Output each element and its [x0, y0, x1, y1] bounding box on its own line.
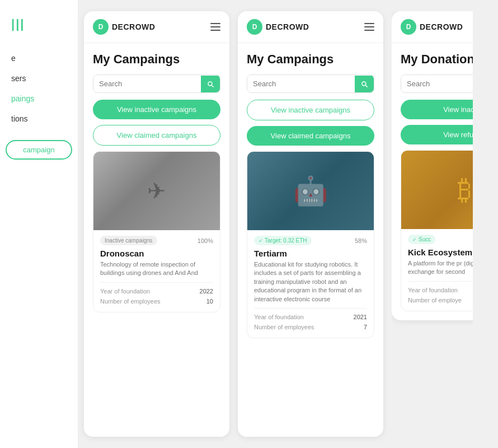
- campaign-card-3: Succ Kick Ecosystem A platform for the p…: [401, 150, 473, 311]
- search-button-1[interactable]: [201, 76, 220, 92]
- sidebar: ||| e sers paings tions campaign: [0, 0, 78, 448]
- campaign-info-3: Succ Kick Ecosystem A platform for the p…: [401, 229, 473, 311]
- meta-label-2-0: Year of foundation: [254, 314, 304, 320]
- view-claimed-btn-3[interactable]: View refunde: [401, 125, 473, 144]
- campaign-button[interactable]: campaign: [6, 140, 72, 160]
- meta-label-1-0: Year of foundation: [100, 288, 150, 295]
- campaign-status-row-1: Inactive campaigns 100%: [100, 236, 213, 245]
- sidebar-bars-icon: |||: [0, 11, 36, 48]
- meta-row-3-1: Number of employe: [408, 295, 473, 305]
- logo-text-3: DECROWD: [420, 22, 463, 31]
- campaign-status-row-3: Succ: [408, 235, 473, 244]
- campaign-meta-1: Year of foundation 2022 Number of employ…: [100, 282, 213, 306]
- campaign-meta-3: Year of foundation Number of employe: [408, 281, 473, 305]
- campaign-name-3: Kick Ecosystem: [408, 248, 473, 257]
- meta-value-2-0: 2021: [354, 314, 367, 320]
- meta-value-1-1: 10: [206, 298, 213, 305]
- view-claimed-btn-2[interactable]: View claimed campaigns: [247, 126, 374, 146]
- meta-label-2-1: Number of employees: [254, 324, 314, 330]
- campaign-name-1: Dronoscan: [100, 249, 213, 258]
- campaign-desc-3: A platform for the pr (digital financial…: [408, 259, 473, 277]
- campaign-desc-1: Technology of remote inspection of build…: [100, 260, 213, 278]
- search-input-3[interactable]: [401, 75, 473, 92]
- logo-2: D DECROWD: [247, 19, 309, 35]
- progress-2: 58%: [355, 237, 367, 244]
- logo-text-2: DECROWD: [266, 22, 309, 31]
- phone-header-1: D DECROWD: [84, 11, 229, 43]
- meta-row-2-0: Year of foundation 2021: [254, 312, 367, 322]
- meta-label-3-0: Year of foundation: [408, 287, 458, 293]
- search-bar-3: [401, 74, 473, 93]
- phone-header-2: D DECROWD: [238, 11, 383, 43]
- progress-1: 100%: [198, 237, 213, 244]
- sidebar-item-users[interactable]: sers: [0, 68, 78, 88]
- meta-row-2-1: Number of employees 7: [254, 322, 367, 332]
- logo-circle-3: D: [401, 19, 416, 35]
- sidebar-item-e[interactable]: e: [0, 48, 78, 68]
- search-button-2[interactable]: [355, 76, 374, 92]
- logo-circle-2: D: [247, 19, 262, 35]
- campaign-image-1: [93, 152, 220, 230]
- campaign-info-2: Target: 0.32 ETH 58% Tertiarm Educationa…: [247, 230, 374, 338]
- sidebar-item-campaigns[interactable]: paings: [0, 88, 78, 109]
- phone-partial-inner: D DECROWD My Donations View inactive Vie…: [392, 11, 473, 320]
- main-area: D DECROWD My Campaings View inactive cam…: [78, 0, 498, 448]
- campaign-card-1: Inactive campaigns 100% Dronoscan Techno…: [93, 151, 220, 312]
- hamburger-icon-1[interactable]: [210, 23, 220, 31]
- meta-label-3-1: Number of employe: [408, 297, 462, 304]
- meta-row-3-0: Year of foundation: [408, 285, 473, 295]
- search-input-1[interactable]: [93, 75, 201, 92]
- phone-partial-wrapper: D DECROWD My Donations View inactive Vie…: [392, 11, 473, 437]
- view-inactive-btn-1[interactable]: View inactive campaigns: [93, 100, 220, 119]
- view-inactive-btn-3[interactable]: View inactive: [401, 100, 473, 119]
- view-claimed-btn-1[interactable]: View claimed campaigns: [93, 125, 220, 146]
- phone-card-1: D DECROWD My Campaings View inactive cam…: [84, 11, 229, 437]
- logo-text-1: DECROWD: [112, 22, 155, 31]
- meta-label-1-1: Number of employees: [100, 298, 161, 305]
- phone-content-3: My Donations View inactive View refunde …: [392, 43, 473, 320]
- search-bar-2: [247, 74, 374, 93]
- phone-card-2: D DECROWD My Campaings View inactive cam…: [238, 11, 383, 437]
- sidebar-item-tions[interactable]: tions: [0, 109, 78, 129]
- phone-card-3: D DECROWD My Donations View inactive Vie…: [392, 11, 473, 320]
- page-title-3: My Donations: [401, 52, 473, 67]
- meta-value-1-0: 2022: [200, 288, 213, 295]
- campaign-info-1: Inactive campaigns 100% Dronoscan Techno…: [93, 230, 220, 312]
- logo-3: D DECROWD: [401, 19, 463, 35]
- search-bar-1: [93, 74, 220, 93]
- page-title-2: My Campaings: [247, 52, 374, 67]
- page-title-1: My Campaings: [93, 52, 220, 67]
- status-badge-3: Succ: [408, 235, 435, 244]
- campaign-card-2: Target: 0.32 ETH 58% Tertiarm Educationa…: [247, 151, 374, 338]
- meta-row-1-0: Year of foundation 2022: [100, 286, 213, 296]
- logo-1: D DECROWD: [93, 19, 155, 35]
- campaign-image-3: [401, 151, 473, 229]
- campaign-image-2: [247, 152, 374, 230]
- status-badge-1: Inactive campaigns: [100, 236, 157, 245]
- meta-value-2-1: 7: [364, 324, 367, 330]
- phone-header-3: D DECROWD: [392, 11, 473, 43]
- hamburger-icon-2[interactable]: [364, 23, 374, 31]
- search-icon-2: [360, 80, 368, 88]
- campaign-desc-2: Educational kit for studying robotics. I…: [254, 260, 367, 304]
- search-icon-1: [206, 80, 214, 88]
- phone-content-2: My Campaings View inactive campaigns Vie…: [238, 43, 383, 437]
- logo-circle-1: D: [93, 19, 109, 35]
- meta-row-1-1: Number of employees 10: [100, 296, 213, 306]
- campaign-name-2: Tertiarm: [254, 249, 367, 258]
- status-badge-2: Target: 0.32 ETH: [254, 236, 312, 245]
- campaign-meta-2: Year of foundation 2021 Number of employ…: [254, 308, 367, 332]
- phone-content-1: My Campaings View inactive campaigns Vie…: [84, 43, 229, 437]
- search-input-2[interactable]: [247, 75, 355, 92]
- campaign-status-row-2: Target: 0.32 ETH 58%: [254, 236, 367, 245]
- view-inactive-btn-2[interactable]: View inactive campaigns: [247, 100, 374, 120]
